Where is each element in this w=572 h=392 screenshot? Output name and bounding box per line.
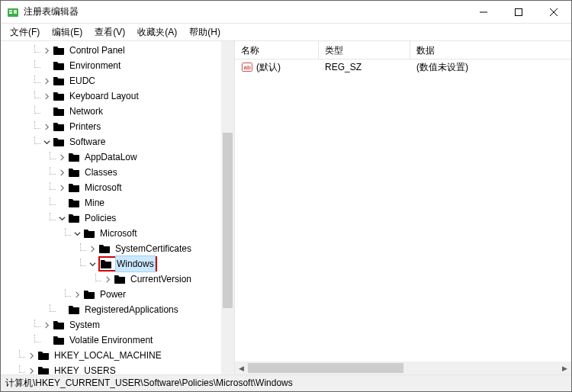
chevron-right-icon[interactable] (71, 291, 83, 298)
tree-item[interactable]: Software (1, 134, 221, 149)
value-data: (数值未设置) (410, 61, 571, 74)
folder-icon (53, 59, 65, 72)
tree-item-label: Network (68, 104, 104, 119)
chevron-down-icon[interactable] (40, 139, 53, 146)
tree-item[interactable]: Volatile Environment (1, 333, 221, 348)
string-value-icon (241, 61, 253, 73)
tree-item-label: CurrentVersion (129, 272, 193, 287)
hscroll-thumb[interactable] (248, 363, 403, 373)
tree-item[interactable]: Keyboard Layout (1, 88, 221, 104)
folder-icon (53, 90, 65, 102)
chevron-down-icon[interactable] (56, 215, 68, 222)
tree-item-label: Printers (68, 119, 102, 134)
menu-favorites[interactable]: 收藏夹(A) (133, 24, 182, 40)
minimize-button[interactable] (466, 1, 501, 23)
folder-icon (53, 120, 65, 133)
tree-item-label: Environment (68, 58, 122, 73)
col-type[interactable]: 类型 (319, 41, 410, 59)
col-name[interactable]: 名称 (235, 41, 319, 59)
chevron-right-icon[interactable] (40, 78, 53, 85)
chevron-right-icon[interactable] (25, 368, 37, 374)
scrollbar-thumb[interactable] (223, 133, 233, 308)
menu-view[interactable]: 查看(V) (90, 24, 130, 40)
tree-item-label: Power (98, 287, 127, 302)
tree-pane: Control PanelEnvironmentEUDCKeyboard Lay… (1, 41, 235, 374)
tree-item-label: Classes (83, 165, 119, 180)
folder-icon (98, 243, 111, 255)
chevron-right-icon[interactable] (40, 322, 53, 329)
tree-item[interactable]: SystemCertificates (1, 241, 221, 256)
chevron-right-icon[interactable] (40, 47, 53, 54)
folder-icon (37, 365, 50, 374)
tree-item-label: SystemCertificates (114, 241, 193, 256)
chevron-right-icon[interactable] (86, 246, 98, 252)
window-title: 注册表编辑器 (24, 5, 466, 18)
regedit-window: 注册表编辑器 文件(F) 编辑(E) 查看(V) 收藏夹(A) 帮助(H) Co… (0, 0, 572, 392)
folder-icon (68, 166, 80, 178)
col-data[interactable]: 数据 (410, 41, 571, 59)
tree-item[interactable]: Mine (1, 195, 221, 210)
folder-icon (68, 197, 80, 209)
chevron-right-icon[interactable] (40, 124, 53, 130)
tree-item-label: Keyboard Layout (68, 88, 140, 104)
scroll-left-icon[interactable]: ◀ (235, 361, 248, 374)
tree-item[interactable]: Printers (1, 119, 221, 134)
values-list[interactable]: (默认)REG_SZ(数值未设置) (235, 59, 571, 361)
titlebar[interactable]: 注册表编辑器 (1, 1, 571, 24)
menu-help[interactable]: 帮助(H) (185, 24, 225, 40)
chevron-right-icon[interactable] (40, 93, 53, 100)
folder-icon (68, 212, 80, 224)
folder-icon (68, 151, 80, 163)
chevron-down-icon[interactable] (71, 230, 83, 237)
menu-file[interactable]: 文件(F) (5, 24, 44, 40)
regedit-icon (7, 6, 19, 18)
folder-icon (83, 288, 95, 300)
menu-edit[interactable]: 编辑(E) (47, 24, 87, 40)
tree-item[interactable]: Classes (1, 165, 221, 180)
tree-item-label: Microsoft (83, 180, 124, 195)
tree-item[interactable]: Control Panel (1, 43, 221, 58)
annotation-highlight: Windows (98, 256, 157, 272)
tree-item[interactable]: Microsoft (1, 226, 221, 241)
tree-item[interactable]: Windows (1, 256, 221, 272)
tree-item[interactable]: Microsoft (1, 180, 221, 195)
column-headers[interactable]: 名称 类型 数据 (235, 41, 571, 59)
tree-item-label: HKEY_USERS (53, 363, 117, 374)
chevron-right-icon[interactable] (56, 154, 68, 161)
tree-item[interactable]: Power (1, 287, 221, 302)
status-path: 计算机\HKEY_CURRENT_USER\Software\Policies\… (5, 377, 293, 390)
chevron-down-icon[interactable] (86, 261, 98, 268)
tree-item[interactable]: System (1, 317, 221, 333)
tree-item[interactable]: AppDataLow (1, 149, 221, 165)
tree-item-label: Mine (83, 195, 106, 210)
tree-scrollbar[interactable] (221, 41, 234, 374)
value-row[interactable]: (默认)REG_SZ(数值未设置) (235, 59, 571, 75)
chevron-right-icon[interactable] (56, 169, 68, 176)
tree-item[interactable]: Policies (1, 210, 221, 226)
maximize-button[interactable] (501, 1, 536, 23)
registry-tree[interactable]: Control PanelEnvironmentEUDCKeyboard Lay… (1, 41, 221, 374)
values-pane: 名称 类型 数据 (默认)REG_SZ(数值未设置) ◀ ▶ (235, 41, 571, 374)
values-hscrollbar[interactable]: ◀ ▶ (235, 361, 571, 374)
tree-item-label: Windows (115, 255, 156, 272)
statusbar: 计算机\HKEY_CURRENT_USER\Software\Policies\… (1, 374, 571, 391)
chevron-right-icon[interactable] (56, 185, 68, 191)
chevron-right-icon[interactable] (101, 276, 114, 283)
tree-item[interactable]: HKEY_LOCAL_MACHINE (1, 348, 221, 363)
tree-item[interactable]: RegisteredApplications (1, 302, 221, 317)
scroll-right-icon[interactable]: ▶ (558, 361, 571, 374)
close-button[interactable] (536, 1, 571, 23)
chevron-right-icon[interactable] (25, 352, 37, 359)
tree-item-label: Microsoft (98, 226, 139, 241)
tree-item[interactable]: EUDC (1, 73, 221, 88)
folder-icon (68, 182, 80, 194)
tree-item-label: Software (68, 134, 107, 149)
tree-item[interactable]: Environment (1, 58, 221, 73)
tree-item[interactable]: Network (1, 104, 221, 119)
tree-item[interactable]: CurrentVersion (1, 272, 221, 287)
tree-item-label: AppDataLow (83, 149, 139, 165)
content-area: Control PanelEnvironmentEUDCKeyboard Lay… (1, 40, 571, 374)
folder-icon (37, 349, 50, 361)
tree-item[interactable]: HKEY_USERS (1, 363, 221, 374)
folder-icon (83, 227, 95, 239)
